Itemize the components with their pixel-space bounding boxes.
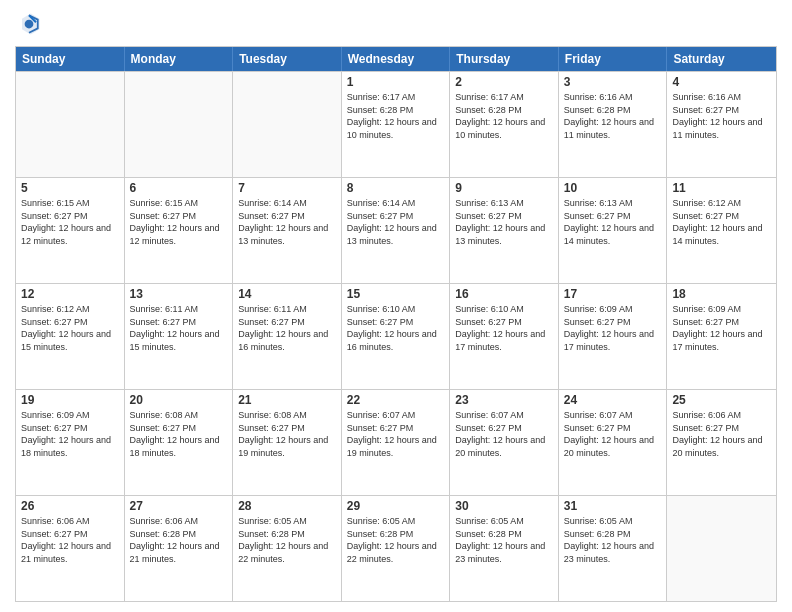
calendar-cell: 20Sunrise: 6:08 AMSunset: 6:27 PMDayligh…: [125, 390, 234, 495]
calendar-cell: 8Sunrise: 6:14 AMSunset: 6:27 PMDaylight…: [342, 178, 451, 283]
calendar-cell: 5Sunrise: 6:15 AMSunset: 6:27 PMDaylight…: [16, 178, 125, 283]
day-info: Sunrise: 6:09 AMSunset: 6:27 PMDaylight:…: [672, 303, 771, 353]
calendar-cell: 17Sunrise: 6:09 AMSunset: 6:27 PMDayligh…: [559, 284, 668, 389]
weekday-header: Sunday: [16, 47, 125, 71]
day-info: Sunrise: 6:06 AMSunset: 6:28 PMDaylight:…: [130, 515, 228, 565]
day-info: Sunrise: 6:13 AMSunset: 6:27 PMDaylight:…: [564, 197, 662, 247]
day-info: Sunrise: 6:08 AMSunset: 6:27 PMDaylight:…: [130, 409, 228, 459]
calendar-cell: 21Sunrise: 6:08 AMSunset: 6:27 PMDayligh…: [233, 390, 342, 495]
calendar-cell: 31Sunrise: 6:05 AMSunset: 6:28 PMDayligh…: [559, 496, 668, 601]
day-info: Sunrise: 6:15 AMSunset: 6:27 PMDaylight:…: [130, 197, 228, 247]
day-number: 9: [455, 181, 553, 195]
day-info: Sunrise: 6:16 AMSunset: 6:27 PMDaylight:…: [672, 91, 771, 141]
day-number: 30: [455, 499, 553, 513]
calendar-cell: 22Sunrise: 6:07 AMSunset: 6:27 PMDayligh…: [342, 390, 451, 495]
calendar-cell: 10Sunrise: 6:13 AMSunset: 6:27 PMDayligh…: [559, 178, 668, 283]
day-info: Sunrise: 6:09 AMSunset: 6:27 PMDaylight:…: [564, 303, 662, 353]
calendar-cell: 11Sunrise: 6:12 AMSunset: 6:27 PMDayligh…: [667, 178, 776, 283]
day-number: 23: [455, 393, 553, 407]
day-info: Sunrise: 6:12 AMSunset: 6:27 PMDaylight:…: [21, 303, 119, 353]
calendar-cell: 30Sunrise: 6:05 AMSunset: 6:28 PMDayligh…: [450, 496, 559, 601]
day-number: 2: [455, 75, 553, 89]
weekday-header: Thursday: [450, 47, 559, 71]
day-info: Sunrise: 6:07 AMSunset: 6:27 PMDaylight:…: [455, 409, 553, 459]
calendar-body: 1Sunrise: 6:17 AMSunset: 6:28 PMDaylight…: [16, 71, 776, 601]
day-info: Sunrise: 6:15 AMSunset: 6:27 PMDaylight:…: [21, 197, 119, 247]
day-info: Sunrise: 6:08 AMSunset: 6:27 PMDaylight:…: [238, 409, 336, 459]
day-info: Sunrise: 6:14 AMSunset: 6:27 PMDaylight:…: [238, 197, 336, 247]
calendar-cell: 16Sunrise: 6:10 AMSunset: 6:27 PMDayligh…: [450, 284, 559, 389]
calendar-cell: [667, 496, 776, 601]
day-number: 25: [672, 393, 771, 407]
day-number: 31: [564, 499, 662, 513]
calendar-row: 1Sunrise: 6:17 AMSunset: 6:28 PMDaylight…: [16, 71, 776, 177]
svg-point-2: [25, 20, 34, 29]
calendar-cell: 4Sunrise: 6:16 AMSunset: 6:27 PMDaylight…: [667, 72, 776, 177]
day-info: Sunrise: 6:12 AMSunset: 6:27 PMDaylight:…: [672, 197, 771, 247]
calendar-cell: 18Sunrise: 6:09 AMSunset: 6:27 PMDayligh…: [667, 284, 776, 389]
day-info: Sunrise: 6:05 AMSunset: 6:28 PMDaylight:…: [238, 515, 336, 565]
day-number: 27: [130, 499, 228, 513]
day-number: 12: [21, 287, 119, 301]
calendar-row: 5Sunrise: 6:15 AMSunset: 6:27 PMDaylight…: [16, 177, 776, 283]
day-info: Sunrise: 6:05 AMSunset: 6:28 PMDaylight:…: [455, 515, 553, 565]
day-number: 4: [672, 75, 771, 89]
day-number: 8: [347, 181, 445, 195]
day-number: 29: [347, 499, 445, 513]
day-info: Sunrise: 6:11 AMSunset: 6:27 PMDaylight:…: [238, 303, 336, 353]
weekday-header: Friday: [559, 47, 668, 71]
calendar-header: SundayMondayTuesdayWednesdayThursdayFrid…: [16, 47, 776, 71]
calendar-cell: 15Sunrise: 6:10 AMSunset: 6:27 PMDayligh…: [342, 284, 451, 389]
day-info: Sunrise: 6:14 AMSunset: 6:27 PMDaylight:…: [347, 197, 445, 247]
day-number: 18: [672, 287, 771, 301]
day-number: 6: [130, 181, 228, 195]
calendar-cell: [125, 72, 234, 177]
day-number: 15: [347, 287, 445, 301]
day-info: Sunrise: 6:11 AMSunset: 6:27 PMDaylight:…: [130, 303, 228, 353]
calendar-cell: [233, 72, 342, 177]
calendar-cell: 6Sunrise: 6:15 AMSunset: 6:27 PMDaylight…: [125, 178, 234, 283]
day-info: Sunrise: 6:07 AMSunset: 6:27 PMDaylight:…: [347, 409, 445, 459]
calendar-cell: 28Sunrise: 6:05 AMSunset: 6:28 PMDayligh…: [233, 496, 342, 601]
day-number: 21: [238, 393, 336, 407]
day-info: Sunrise: 6:09 AMSunset: 6:27 PMDaylight:…: [21, 409, 119, 459]
day-number: 5: [21, 181, 119, 195]
calendar-row: 19Sunrise: 6:09 AMSunset: 6:27 PMDayligh…: [16, 389, 776, 495]
weekday-header: Monday: [125, 47, 234, 71]
day-number: 11: [672, 181, 771, 195]
calendar-row: 12Sunrise: 6:12 AMSunset: 6:27 PMDayligh…: [16, 283, 776, 389]
calendar-cell: 9Sunrise: 6:13 AMSunset: 6:27 PMDaylight…: [450, 178, 559, 283]
day-info: Sunrise: 6:06 AMSunset: 6:27 PMDaylight:…: [21, 515, 119, 565]
weekday-header: Tuesday: [233, 47, 342, 71]
header: [15, 10, 777, 38]
day-info: Sunrise: 6:17 AMSunset: 6:28 PMDaylight:…: [347, 91, 445, 141]
calendar-cell: 19Sunrise: 6:09 AMSunset: 6:27 PMDayligh…: [16, 390, 125, 495]
calendar-cell: [16, 72, 125, 177]
day-number: 14: [238, 287, 336, 301]
weekday-header: Wednesday: [342, 47, 451, 71]
calendar-cell: 13Sunrise: 6:11 AMSunset: 6:27 PMDayligh…: [125, 284, 234, 389]
calendar-cell: 3Sunrise: 6:16 AMSunset: 6:28 PMDaylight…: [559, 72, 668, 177]
calendar-cell: 23Sunrise: 6:07 AMSunset: 6:27 PMDayligh…: [450, 390, 559, 495]
day-number: 19: [21, 393, 119, 407]
logo-icon: [15, 10, 43, 38]
day-number: 28: [238, 499, 336, 513]
calendar-cell: 7Sunrise: 6:14 AMSunset: 6:27 PMDaylight…: [233, 178, 342, 283]
day-number: 1: [347, 75, 445, 89]
day-number: 16: [455, 287, 553, 301]
day-info: Sunrise: 6:10 AMSunset: 6:27 PMDaylight:…: [347, 303, 445, 353]
day-info: Sunrise: 6:10 AMSunset: 6:27 PMDaylight:…: [455, 303, 553, 353]
calendar-cell: 2Sunrise: 6:17 AMSunset: 6:28 PMDaylight…: [450, 72, 559, 177]
weekday-header: Saturday: [667, 47, 776, 71]
day-number: 26: [21, 499, 119, 513]
calendar-cell: 14Sunrise: 6:11 AMSunset: 6:27 PMDayligh…: [233, 284, 342, 389]
day-number: 22: [347, 393, 445, 407]
page: SundayMondayTuesdayWednesdayThursdayFrid…: [0, 0, 792, 612]
day-number: 20: [130, 393, 228, 407]
day-number: 13: [130, 287, 228, 301]
day-info: Sunrise: 6:07 AMSunset: 6:27 PMDaylight:…: [564, 409, 662, 459]
day-number: 3: [564, 75, 662, 89]
day-info: Sunrise: 6:17 AMSunset: 6:28 PMDaylight:…: [455, 91, 553, 141]
day-info: Sunrise: 6:05 AMSunset: 6:28 PMDaylight:…: [347, 515, 445, 565]
day-number: 10: [564, 181, 662, 195]
